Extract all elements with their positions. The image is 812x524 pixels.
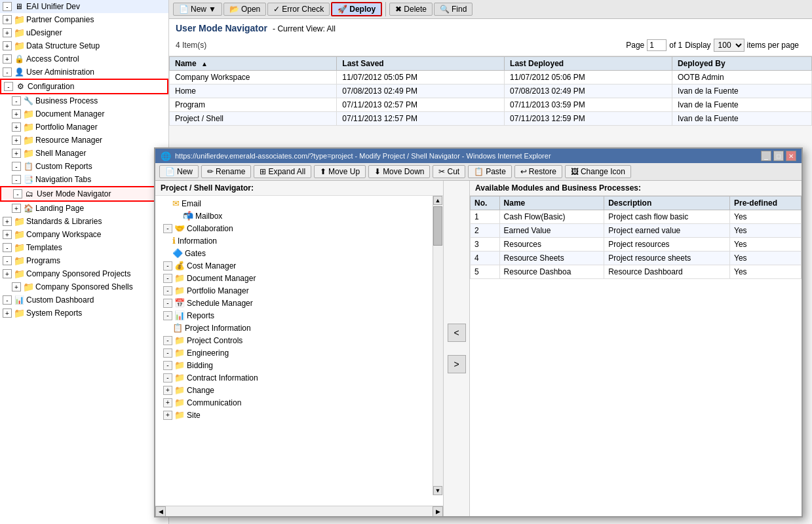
col-name[interactable]: Name ▲ (170, 57, 337, 71)
h-scroll-left[interactable]: ◀ (155, 506, 166, 516)
col-last-saved[interactable]: Last Saved (337, 57, 505, 71)
modal-rename-btn[interactable]: ✏ Rename (201, 165, 251, 178)
tree-item[interactable]: + 📁 Communication (158, 396, 440, 409)
modal-close-btn[interactable]: ✕ (786, 151, 796, 161)
mod-col-name[interactable]: Name (499, 196, 604, 210)
config-expand[interactable]: - (4, 82, 13, 91)
umn-expand[interactable]: - (13, 189, 22, 198)
data-structure-expand[interactable]: + (3, 41, 12, 50)
nav-tabs-expand[interactable]: - (12, 175, 21, 184)
module-row[interactable]: 1 Cash Flow(Basic) Project cash flow bas… (471, 210, 802, 224)
table-row[interactable]: Program 07/11/2013 02:57 PM 07/11/2013 0… (170, 98, 812, 112)
move-left-btn[interactable]: < (448, 324, 466, 342)
sidebar-item-document-manager[interactable]: + 📁 Document Manager (0, 107, 168, 121)
sidebar-item-standards[interactable]: + 📁 Standards & Libraries (0, 215, 168, 228)
sidebar-item-landing-page[interactable]: + 🏠 Landing Page (0, 202, 168, 215)
col-last-deployed[interactable]: Last Deployed (505, 57, 672, 71)
table-row[interactable]: Company Workspace 11/07/2012 05:05 PM 11… (170, 71, 812, 84)
tree-expand-icon[interactable]: - (163, 311, 172, 320)
partner-expand[interactable]: + (3, 15, 12, 24)
tree-expand-icon[interactable]: + (163, 386, 172, 395)
tree-item[interactable]: - 📁 Document Manager (158, 272, 440, 284)
tree-item[interactable]: + 📁 Change (158, 384, 440, 396)
sr-expand[interactable]: + (3, 309, 12, 318)
tree-item[interactable]: + 📁 Site (158, 409, 440, 421)
module-row[interactable]: 2 Earned Value Project earned value Yes (471, 224, 802, 238)
landing-expand[interactable]: + (12, 204, 21, 213)
modal-change-icon-btn[interactable]: 🖼 Change Icon (565, 165, 631, 178)
sidebar-item-company-workspace[interactable]: + 📁 Company Workspace (0, 228, 168, 241)
tree-item[interactable]: - 📁 Engineering (158, 346, 440, 359)
scroll-thumb[interactable] (433, 206, 442, 246)
sidebar-item-udesigner[interactable]: + 📁 uDesigner (0, 26, 168, 39)
custom-reports-expand[interactable]: - (12, 162, 21, 171)
tree-expand-icon[interactable]: + (163, 398, 172, 407)
modal-move-up-btn[interactable]: ⬆ Move Up (314, 165, 366, 178)
sidebar-item-data-structure[interactable]: + 📁 Data Structure Setup (0, 39, 168, 52)
sidebar-item-system-reports[interactable]: + 📁 System Reports (0, 307, 168, 320)
tree-expand-icon[interactable]: - (163, 286, 172, 295)
sidebar-item-access-control[interactable]: + 🔒 Access Control (0, 52, 168, 66)
css-expand[interactable]: + (12, 282, 21, 291)
display-select[interactable]: 100 50 25 (714, 39, 744, 52)
new-button[interactable]: 📄 New ▼ (173, 3, 222, 16)
modal-maximize-btn[interactable]: □ (773, 151, 784, 161)
sidebar-item-templates[interactable]: - 📁 Templates (0, 241, 168, 254)
sidebar-item-business-process[interactable]: - 🔧 Business Process (0, 94, 168, 107)
standards-expand[interactable]: + (3, 217, 12, 226)
tree-expand-icon[interactable]: + (163, 411, 172, 420)
tree-expand-icon[interactable]: - (163, 274, 172, 283)
col-deployed-by[interactable]: Deployed By (672, 57, 811, 71)
open-button[interactable]: 📂 Open (223, 3, 266, 16)
tree-item[interactable]: - 📅 Schedule Manager (158, 297, 440, 309)
sidebar-item-css[interactable]: + 📁 Company Sponsored Shells (0, 280, 168, 293)
scroll-up-btn[interactable]: ▲ (433, 196, 442, 205)
modal-paste-btn[interactable]: 📋 Paste (468, 165, 512, 178)
tree-item[interactable]: - 🤝 Collaboration (158, 222, 440, 234)
tree-item[interactable]: ✉ Email (158, 197, 440, 210)
sidebar-item-configuration[interactable]: - ⚙ Configuration (0, 79, 168, 94)
sidebar-item-custom-dashboard[interactable]: - 📊 Custom Dashboard (0, 293, 168, 307)
doc-expand[interactable]: + (12, 109, 21, 119)
tree-scrollbar[interactable]: ▲ ▼ (433, 196, 443, 495)
sidebar-item-user-mode-nav[interactable]: - 🗂 User Mode Navigator (0, 186, 168, 202)
module-row[interactable]: 4 Resource Sheets Project resource sheet… (471, 252, 802, 265)
modal-cut-btn[interactable]: ✂ Cut (433, 165, 465, 178)
udesigner-expand[interactable]: + (3, 28, 12, 37)
shell-expand[interactable]: + (12, 149, 21, 158)
access-expand[interactable]: + (3, 54, 12, 64)
new-dropdown[interactable]: ▼ (208, 5, 216, 14)
tree-expand-icon[interactable]: - (163, 299, 172, 308)
tree-item[interactable]: - 📁 Contract Information (158, 371, 440, 384)
tree-item[interactable]: - 📁 Project Controls (158, 334, 440, 346)
sidebar-app-title[interactable]: - 🖥 EAI Unifier Dev (0, 0, 168, 13)
cw-expand[interactable]: + (3, 230, 12, 239)
mod-col-no[interactable]: No. (471, 196, 500, 210)
sidebar-item-partner-companies[interactable]: + 📁 Partner Companies (0, 13, 168, 26)
sidebar-item-resource-manager[interactable]: + 📁 Resource Manager (0, 134, 168, 147)
mod-col-predef[interactable]: Pre-defined (729, 196, 801, 210)
scroll-down-btn[interactable]: ▼ (433, 486, 442, 495)
modal-restore-btn[interactable]: ↩ Restore (514, 165, 562, 178)
app-expand-icon[interactable]: - (3, 2, 12, 11)
user-admin-expand[interactable]: - (3, 67, 12, 77)
sidebar-item-csp[interactable]: + 📁 Company Sponsored Projects (0, 267, 168, 280)
tree-expand-icon[interactable]: - (163, 361, 172, 370)
sidebar-item-shell-manager[interactable]: + 📁 Shell Manager (0, 147, 168, 160)
modal-expand-all-btn[interactable]: ⊞ Expand All (254, 165, 311, 178)
sidebar-item-user-admin[interactable]: - 👤 User Administration (0, 66, 168, 79)
sidebar-item-programs[interactable]: - 📁 Programs (0, 254, 168, 267)
mod-col-desc[interactable]: Description (604, 196, 730, 210)
bp-expand[interactable]: - (12, 96, 21, 105)
h-scroll-right[interactable]: ▶ (433, 506, 443, 516)
tree-expand-icon[interactable]: - (163, 373, 172, 383)
csp-expand[interactable]: + (3, 269, 12, 278)
find-button[interactable]: 🔍 Find (434, 3, 473, 16)
tree-expand-icon[interactable]: - (163, 336, 172, 345)
modal-minimize-btn[interactable]: _ (761, 151, 771, 161)
resource-expand[interactable]: + (12, 136, 21, 145)
sidebar-item-custom-reports[interactable]: - 📋 Custom Reports (0, 160, 168, 173)
tree-item[interactable]: 🔷 Gates (158, 247, 440, 259)
tree-expand-icon[interactable]: - (163, 261, 172, 271)
error-check-button[interactable]: ✓ Error Check (267, 3, 330, 16)
